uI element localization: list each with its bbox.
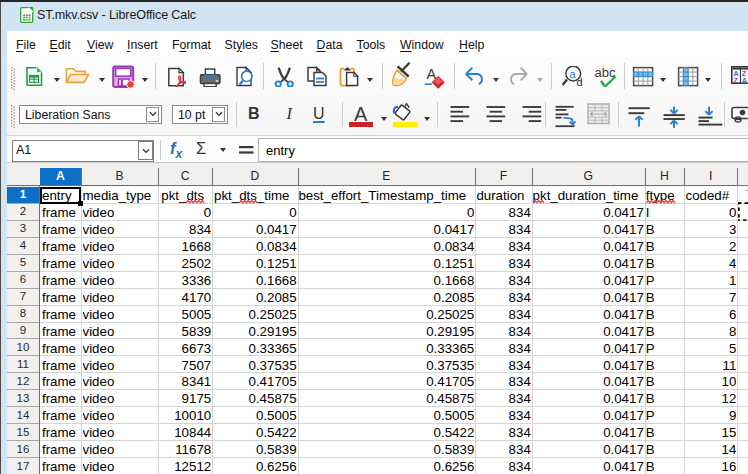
svg-text:a: a	[570, 68, 577, 80]
svg-text:Z: Z	[733, 76, 738, 85]
svg-text:A: A	[742, 76, 748, 85]
svg-text:d: d	[577, 76, 583, 87]
